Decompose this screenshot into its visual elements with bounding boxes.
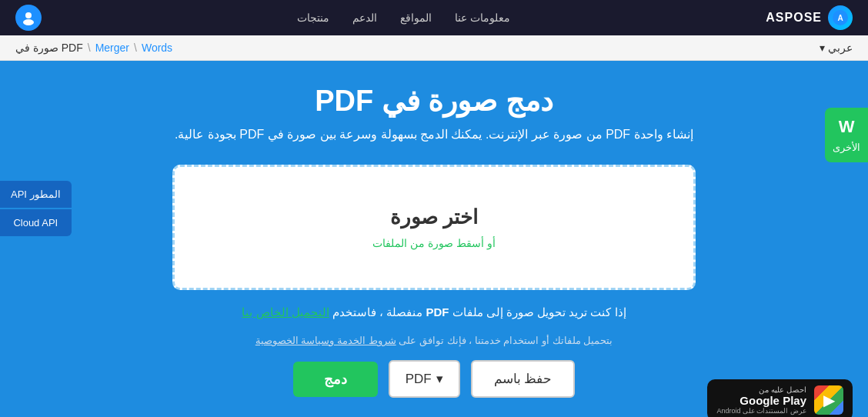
user-avatar[interactable] xyxy=(15,5,42,31)
google-play-badge[interactable]: ▶ احصل عليه من Google Play عرض المستندات… xyxy=(707,379,853,417)
lang-label: عربي xyxy=(828,42,853,54)
side-btn-icon: W xyxy=(839,117,855,137)
cloud-api-button[interactable]: Cloud API xyxy=(0,209,72,236)
breadcrumb-merger[interactable]: Merger xyxy=(95,42,129,54)
nav-link-about[interactable]: معلومات عنا xyxy=(455,12,510,24)
action-bar: دمج PDF ▾ حفظ باسم xyxy=(293,360,576,398)
upload-dropzone[interactable]: اختر صورة أو أسقط صورة من الملفات xyxy=(172,165,696,290)
disclaimer-text: بتحميل ملفاتك أو استخدام خدمتنا ، فإنك ت… xyxy=(399,335,613,346)
svg-point-2 xyxy=(25,12,32,18)
promo-link[interactable]: التحميل الخاص بنا xyxy=(242,305,329,319)
nav-link-products[interactable]: منتجات xyxy=(297,12,329,24)
svg-text:A: A xyxy=(837,14,843,22)
subtitle-pre: إنشاء واحدة xyxy=(634,128,693,141)
logo-text: ASPOSE xyxy=(766,11,822,25)
promo-text: إذا كنت تريد تحويل صورة إلى ملفات PDF من… xyxy=(242,305,626,319)
breadcrumb-words[interactable]: Words xyxy=(142,42,172,54)
promo-pdf: PDF xyxy=(426,305,449,319)
page-subtitle: إنشاء واحدة PDF من صورة عبر الإنترنت. يم… xyxy=(175,127,693,142)
gp-name: Google Play xyxy=(716,394,806,407)
subtitle-end: بجودة عالية. xyxy=(175,128,236,141)
subtitle-pdf2: PDF xyxy=(239,128,264,141)
promo-mid: منفصلة ، فاستخدم xyxy=(332,305,422,319)
merge-button[interactable]: دمج xyxy=(293,362,378,397)
api-dev-button[interactable]: المطور API xyxy=(0,181,72,208)
promo-pre: إذا كنت تريد تحويل صورة إلى ملفات xyxy=(452,305,626,319)
format-arrow: ▾ xyxy=(436,371,443,387)
nav-link-locations[interactable]: المواقع xyxy=(400,12,432,24)
main-content: دمج صورة في PDF إنشاء واحدة PDF من صورة … xyxy=(0,61,868,417)
breadcrumb: صورة في PDF \ Merger \ Words xyxy=(15,42,172,54)
language-selector[interactable]: عربي ▾ xyxy=(820,42,853,54)
upload-subtitle: أو أسقط صورة من الملفات xyxy=(372,237,496,249)
breadcrumb-current: صورة في PDF xyxy=(15,42,83,54)
upload-title: اختر صورة xyxy=(390,205,478,229)
navbar: A ASPOSE منتجات الدعم المواقع معلومات عن… xyxy=(0,0,868,35)
format-selector[interactable]: PDF ▾ xyxy=(389,360,460,398)
logo[interactable]: A ASPOSE xyxy=(766,5,853,30)
side-btn-label: الأخرى xyxy=(833,142,860,153)
breadcrumb-sep1: \ xyxy=(134,42,137,54)
nav-links: منتجات الدعم المواقع معلومات عنا xyxy=(297,11,510,25)
disclaimer: بتحميل ملفاتك أو استخدام خدمتنا ، فإنك ت… xyxy=(255,335,613,346)
side-other-button[interactable]: W الأخرى xyxy=(825,108,868,162)
nav-link-support[interactable]: الدعم xyxy=(352,12,377,24)
logo-icon: A xyxy=(828,5,853,30)
breadcrumb-bar: عربي ▾ صورة في PDF \ Merger \ Words xyxy=(0,35,868,61)
gp-sub-text: عرض المستندات على Android xyxy=(716,407,806,415)
right-panel: المطور API Cloud API xyxy=(0,181,72,236)
format-label: PDF xyxy=(406,372,432,387)
page-title: دمج صورة في PDF xyxy=(315,84,553,118)
gp-get-text: احصل عليه من xyxy=(716,385,806,394)
subtitle-pdf: PDF xyxy=(606,128,630,141)
google-play-icon: ▶ xyxy=(814,385,843,415)
svg-point-3 xyxy=(23,19,34,25)
breadcrumb-sep2: \ xyxy=(88,42,91,54)
subtitle-mid: من صورة عبر الإنترنت. يمكنك الدمج بسهولة… xyxy=(268,128,603,141)
lang-arrow: ▾ xyxy=(820,42,825,54)
save-button[interactable]: حفظ باسم xyxy=(471,360,576,398)
disclaimer-link[interactable]: شروط الخدمة وسياسة الخصوصية xyxy=(255,335,396,346)
